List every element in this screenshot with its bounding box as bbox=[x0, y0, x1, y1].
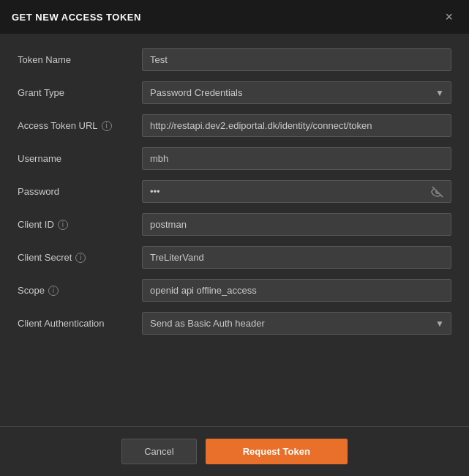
client-secret-label: Client Secret i bbox=[18, 252, 142, 263]
client-id-row: Client ID i bbox=[18, 213, 451, 236]
client-auth-select[interactable]: Send as Basic Auth header Send client cr… bbox=[142, 312, 451, 335]
client-id-input[interactable] bbox=[142, 213, 451, 236]
grant-type-row: Grant Type Password Credentials Authoriz… bbox=[18, 81, 451, 104]
client-id-info-icon[interactable]: i bbox=[58, 220, 68, 230]
scope-label: Scope i bbox=[18, 285, 142, 296]
password-input[interactable] bbox=[142, 180, 451, 203]
username-row: Username bbox=[18, 147, 451, 170]
client-auth-row: Client Authentication Send as Basic Auth… bbox=[18, 312, 451, 335]
cancel-button[interactable]: Cancel bbox=[121, 439, 196, 464]
dialog-footer: Cancel Request Token bbox=[0, 426, 469, 476]
client-secret-info-icon[interactable]: i bbox=[75, 253, 86, 263]
access-token-url-row: Access Token URL i bbox=[18, 114, 451, 137]
toggle-password-visibility-button[interactable] bbox=[431, 185, 444, 198]
access-token-url-input[interactable] bbox=[142, 114, 451, 137]
scope-input[interactable] bbox=[142, 279, 451, 302]
grant-type-label: Grant Type bbox=[18, 87, 142, 98]
get-access-token-dialog: GET NEW ACCESS TOKEN × Token Name Grant … bbox=[0, 0, 469, 476]
client-id-label: Client ID i bbox=[18, 219, 142, 230]
token-name-input[interactable] bbox=[142, 48, 451, 71]
dialog-body: Token Name Grant Type Password Credentia… bbox=[0, 34, 469, 426]
client-secret-input[interactable] bbox=[142, 246, 451, 269]
grant-type-select[interactable]: Password Credentials Authorization Code … bbox=[142, 81, 451, 104]
dialog-header: GET NEW ACCESS TOKEN × bbox=[0, 0, 469, 34]
eye-slash-icon bbox=[431, 185, 444, 198]
password-label: Password bbox=[18, 186, 142, 197]
scope-row: Scope i bbox=[18, 279, 451, 302]
close-button[interactable]: × bbox=[440, 9, 457, 25]
grant-type-select-wrapper: Password Credentials Authorization Code … bbox=[142, 81, 451, 104]
access-token-url-label: Access Token URL i bbox=[18, 120, 142, 131]
dialog-title: GET NEW ACCESS TOKEN bbox=[12, 12, 141, 23]
username-label: Username bbox=[18, 153, 142, 164]
username-input[interactable] bbox=[142, 147, 451, 170]
scope-info-icon[interactable]: i bbox=[48, 286, 59, 296]
client-auth-label: Client Authentication bbox=[18, 318, 142, 329]
client-secret-row: Client Secret i bbox=[18, 246, 451, 269]
password-wrapper bbox=[142, 180, 451, 203]
client-auth-select-wrapper: Send as Basic Auth header Send client cr… bbox=[142, 312, 451, 335]
request-token-button[interactable]: Request Token bbox=[206, 439, 348, 464]
token-name-label: Token Name bbox=[18, 54, 142, 65]
token-name-row: Token Name bbox=[18, 48, 451, 71]
password-row: Password bbox=[18, 180, 451, 203]
access-token-url-info-icon[interactable]: i bbox=[102, 121, 112, 131]
